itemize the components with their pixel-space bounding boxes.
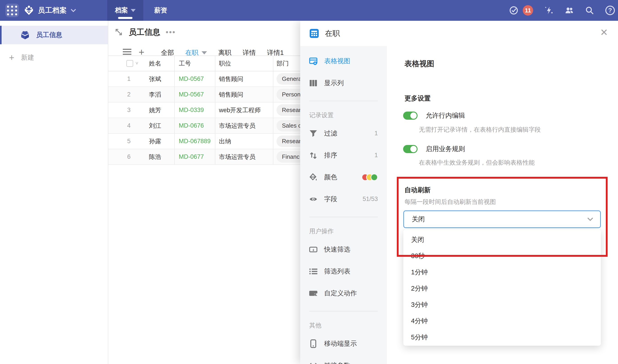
worksheet-icon [20,30,30,40]
dropdown-option[interactable]: 4分钟 [403,313,601,329]
column-header-id[interactable]: 工号 [174,56,215,71]
worksheet-title: 员工信息 [129,27,160,38]
select-chevron-icon [587,217,593,221]
close-icon[interactable]: ✕ [599,27,609,38]
active-indicator [0,26,1,44]
table-row[interactable]: 3姚芳 MD-0339 web开发工程师 Resear [108,103,330,118]
row-number: 1 [123,75,135,82]
quick-filter-icon [309,246,317,254]
panel-content: 表格视图 更多设置 允许行内编辑 无需打开记录详情，在表格行内直接编辑字段 启用… [387,46,618,364]
row-number: 2 [123,91,135,98]
subnav-link-params[interactable]: {x} 链接参数 [300,354,387,364]
subnav-label: 显示列 [324,78,344,88]
subnav-sort[interactable]: 排序 1 [300,144,387,166]
table-row[interactable]: 1张斌 MD-0567 销售顾问 Genera [108,71,330,87]
dropdown-option[interactable]: 3分钟 [403,297,601,313]
cell-position: 市场运营专员 [215,118,273,133]
section-label-other: 其他 [300,318,387,333]
sidebar-new-button[interactable]: + 新建 [0,51,108,65]
dropdown-option[interactable]: 30秒 [403,248,601,264]
nav-tab-label: 档案 [115,6,128,15]
subnav-custom-action[interactable]: 自定义动作 [300,282,387,304]
nav-tab-salary[interactable]: 薪资 [146,0,175,21]
cell-position: 市场运营专员 [215,149,273,164]
ai-bolt-icon[interactable] [544,6,554,15]
panel-header: 在职 ✕ [300,21,618,46]
worksheet-area: 员工信息 ••• + 全部 在职 离职 详情 详情1 [108,21,330,364]
color-bucket-icon [309,173,317,181]
table-header-row: ˅ 姓名 工号 职位 部门 [108,55,330,71]
members-icon[interactable] [565,6,574,15]
subnav-color[interactable]: 颜色 [300,166,387,188]
nav-tab-archive[interactable]: 档案 [107,0,143,21]
expand-icon[interactable] [114,27,123,37]
subnav-label: 字段 [324,195,337,204]
table-row[interactable]: 2李滔 MD-0567 销售顾问 Person [108,87,330,103]
dropdown-option[interactable]: 1分钟 [403,264,601,280]
subnav-label: 筛选列表 [324,267,350,276]
worksheet-titlebar: 员工信息 ••• [108,25,176,39]
active-tab-underline [118,17,132,19]
notification-badge[interactable]: 11 [523,5,533,16]
inline-edit-label: 允许行内编辑 [426,111,465,120]
table-row[interactable]: 4刘江 MD-0676 市场运营专员 Sales c [108,118,330,134]
section-label-user-actions: 用户操作 [300,224,387,238]
subnav-label: 过滤 [324,129,337,138]
auto-refresh-desc: 每隔一段时间后自动刷新当前视图 [404,198,496,206]
table-row[interactable]: 5孙露 MD-067889 出纳 Resear [108,134,330,149]
sidebar-item-worksheet[interactable]: 员工信息 [0,26,108,44]
cell-id: MD-0567 [174,87,215,102]
panel-title: 在职 [325,28,340,39]
mobile-icon [309,340,317,348]
cell-position: web开发工程师 [215,103,273,118]
filter-count-badge: 1 [374,130,378,137]
cell-id: MD-067889 [174,134,215,149]
help-icon[interactable]: ? [605,6,615,15]
cell-name: 张斌 [149,75,161,83]
auto-refresh-select[interactable]: 关闭 [403,210,601,228]
table-view-icon [309,57,317,65]
business-rules-desc: 在表格中生效业务规则，但会影响表格性能 [419,158,535,167]
record-table: ˅ 姓名 工号 职位 部门 1张斌 MD-0567 销售顾问 Genera 2李… [108,55,330,165]
left-sidebar: 员工信息 + 新建 [0,21,108,364]
subnav-table-view[interactable]: 表格视图 [300,50,387,72]
more-actions-icon[interactable]: ••• [166,28,176,37]
filter-icon [309,130,317,138]
dropdown-option[interactable]: 关闭 [403,232,601,248]
subnav-display-columns[interactable]: 显示列 [300,72,387,94]
subnav-label: 快速筛选 [324,245,350,254]
fields-count-badge: 51/53 [362,195,378,203]
row-number: 3 [123,107,135,114]
header-caret-icon[interactable]: ˅ [135,61,138,66]
filter-list-icon [309,267,317,275]
view-settings-panel: 在职 ✕ 表格视图 显示列 记录设置 过滤 [300,21,618,364]
table-row[interactable]: 6陈浩 MD-0677 市场运营专员 Financ [108,149,330,165]
row-number: 4 [123,122,135,129]
business-rules-toggle[interactable] [403,145,418,153]
auto-refresh-selected-value: 关闭 [412,215,425,224]
app-launcher-icon[interactable] [5,4,19,17]
cell-id: MD-0677 [174,149,215,164]
dropdown-option[interactable]: 2分钟 [403,280,601,297]
app-brand[interactable]: 员工档案 [24,0,76,21]
view-list-icon[interactable] [123,48,131,55]
todo-check-icon[interactable] [509,6,518,15]
subnav-fields[interactable]: 字段 51/53 [300,188,387,210]
subnav-quick-filter[interactable]: 快速筛选 [300,238,387,260]
select-all-checkbox[interactable] [126,60,133,67]
column-header-position[interactable]: 职位 [215,56,273,71]
subnav-mobile-display[interactable]: 移动端显示 [300,333,387,354]
subnav-filter-list[interactable]: 筛选列表 [300,260,387,282]
subnav-label: 链接参数 [324,361,350,364]
add-view-icon[interactable]: + [139,48,144,56]
inline-edit-toggle[interactable] [403,112,418,120]
row-number: 5 [123,138,135,145]
subnav-filter[interactable]: 过滤 1 [300,122,387,144]
column-header-name[interactable]: 姓名 [149,59,161,67]
view-tab-caret-icon [202,51,207,54]
table-view-badge-icon [309,28,319,39]
dropdown-option[interactable]: 5分钟 [403,329,601,346]
sort-count-badge: 1 [374,152,378,159]
search-icon[interactable] [585,6,594,15]
cell-name: 陈浩 [149,153,161,161]
